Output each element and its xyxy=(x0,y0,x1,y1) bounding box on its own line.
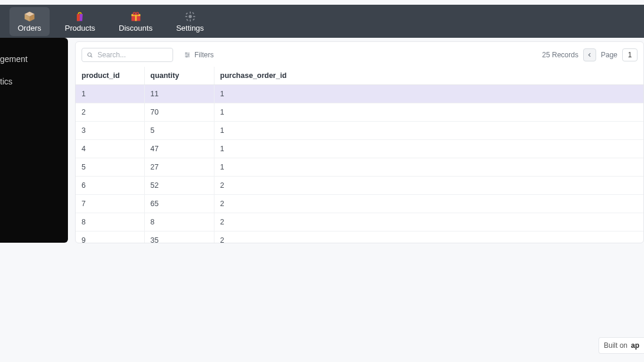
cell-purchase_order_id: 2 xyxy=(214,213,643,231)
svg-point-18 xyxy=(88,53,92,57)
table-row[interactable]: 4471 xyxy=(76,140,643,158)
svg-point-23 xyxy=(186,53,187,54)
table-wrap: product_id quantity purchase_order_id 11… xyxy=(76,67,643,243)
top-nav: s Orders Products Discounts Settings xyxy=(0,5,644,38)
svg-rect-3 xyxy=(77,14,80,21)
table-row[interactable]: 5271 xyxy=(76,158,643,177)
data-table: product_id quantity purchase_order_id 11… xyxy=(76,67,643,243)
sidebar: gement tics xyxy=(0,38,68,243)
cell-quantity: 65 xyxy=(144,195,214,213)
col-header-quantity[interactable]: quantity xyxy=(144,67,214,85)
table-row[interactable]: 2701 xyxy=(76,103,643,122)
col-header-product_id[interactable]: product_id xyxy=(76,67,144,85)
search-wrap xyxy=(82,48,173,62)
records-count: 25 Records xyxy=(542,51,578,59)
box-icon xyxy=(24,11,35,22)
built-on-brand: ap xyxy=(631,341,639,350)
cell-purchase_order_id: 1 xyxy=(214,85,643,103)
nav-item-orders[interactable]: Orders xyxy=(9,7,50,36)
cell-purchase_order_id: 1 xyxy=(214,103,643,122)
cell-quantity: 47 xyxy=(144,140,214,158)
sidebar-item-tics[interactable]: tics xyxy=(0,73,68,90)
cell-purchase_order_id: 2 xyxy=(214,195,643,213)
table-row[interactable]: 351 xyxy=(76,122,643,140)
page-label: Page xyxy=(601,51,617,59)
cell-quantity: 11 xyxy=(144,85,214,103)
svg-point-24 xyxy=(188,54,189,56)
svg-rect-14 xyxy=(186,12,188,15)
cell-quantity: 52 xyxy=(144,177,214,195)
cell-purchase_order_id: 2 xyxy=(214,231,643,243)
cell-product_id: 3 xyxy=(76,122,144,140)
nav-item-settings[interactable]: Settings xyxy=(168,7,212,36)
search-input[interactable] xyxy=(82,48,173,62)
prev-page-button[interactable] xyxy=(583,48,596,61)
sidebar-item-management[interactable]: gement xyxy=(0,51,68,67)
cell-quantity: 27 xyxy=(144,158,214,177)
nav-label: Settings xyxy=(176,24,204,32)
svg-rect-10 xyxy=(190,11,191,13)
nav-label: Orders xyxy=(18,24,41,32)
table-row[interactable]: 882 xyxy=(76,213,643,231)
svg-rect-17 xyxy=(186,19,188,21)
search-icon xyxy=(86,51,93,58)
svg-point-7 xyxy=(133,12,135,15)
cell-purchase_order_id: 1 xyxy=(214,122,643,140)
sliders-icon xyxy=(184,51,191,58)
toolbar: Filters 25 Records Page xyxy=(76,42,643,67)
svg-rect-16 xyxy=(192,12,194,14)
svg-point-25 xyxy=(186,56,187,57)
table-row[interactable]: 7652 xyxy=(76,195,643,213)
built-on-badge[interactable]: Built on ap xyxy=(599,337,644,354)
bag-icon xyxy=(74,11,86,22)
table-row[interactable]: 9352 xyxy=(76,231,643,243)
nav-label: Products xyxy=(65,24,95,32)
svg-point-9 xyxy=(188,15,191,18)
gear-icon xyxy=(184,11,196,22)
cell-quantity: 70 xyxy=(144,103,214,122)
gift-icon xyxy=(130,11,142,22)
svg-rect-6 xyxy=(135,14,136,21)
cell-product_id: 6 xyxy=(76,177,144,195)
svg-rect-15 xyxy=(193,18,195,21)
sidebar-item-label: gement xyxy=(0,54,28,64)
svg-rect-12 xyxy=(185,16,187,17)
cell-quantity: 5 xyxy=(144,122,214,140)
cell-quantity: 8 xyxy=(144,213,214,231)
svg-rect-11 xyxy=(190,19,191,21)
cell-product_id: 7 xyxy=(76,195,144,213)
svg-point-8 xyxy=(136,12,138,15)
cell-product_id: 8 xyxy=(76,213,144,231)
cell-product_id: 9 xyxy=(76,231,144,243)
cell-product_id: 1 xyxy=(76,85,144,103)
cell-product_id: 2 xyxy=(76,103,144,122)
cell-purchase_order_id: 2 xyxy=(214,177,643,195)
cell-product_id: 5 xyxy=(76,158,144,177)
nav-item-truncated[interactable]: s xyxy=(0,14,2,30)
table-row[interactable]: 6522 xyxy=(76,177,643,195)
filters-label: Filters xyxy=(194,51,214,59)
cell-product_id: 4 xyxy=(76,140,144,158)
col-header-purchase_order_id[interactable]: purchase_order_id xyxy=(214,67,643,85)
cell-quantity: 35 xyxy=(144,231,214,243)
built-on-label: Built on xyxy=(604,341,627,350)
data-card: Filters 25 Records Page product_id quant… xyxy=(75,41,644,243)
svg-rect-13 xyxy=(193,16,195,17)
cell-purchase_order_id: 1 xyxy=(214,140,643,158)
cell-purchase_order_id: 1 xyxy=(214,158,643,177)
page-input[interactable] xyxy=(622,48,638,61)
nav-label: Discounts xyxy=(119,24,152,32)
nav-item-discounts[interactable]: Discounts xyxy=(110,7,161,36)
nav-item-products[interactable]: Products xyxy=(57,7,103,36)
sidebar-item-label: tics xyxy=(0,77,12,86)
filters-button[interactable]: Filters xyxy=(184,51,214,59)
svg-line-19 xyxy=(91,56,92,57)
table-row[interactable]: 1111 xyxy=(76,85,643,103)
